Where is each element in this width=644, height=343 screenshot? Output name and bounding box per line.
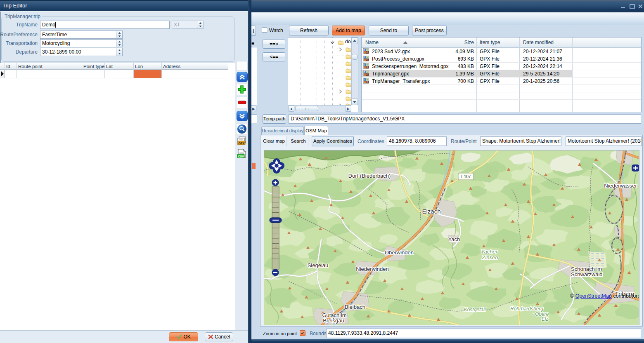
svg-text:Elzach: Elzach <box>422 208 440 215</box>
svg-text:Zinken: Zinken <box>481 254 498 261</box>
svg-text:Yach: Yach <box>448 236 460 242</box>
svg-text:Niederwinden: Niederwinden <box>356 266 389 272</box>
svg-text:© OpenStreetMap contributors: © OpenStreetMap contributors <box>570 293 639 299</box>
svg-text:Schwarzwald: Schwarzwald <box>571 271 603 277</box>
svg-text:Niederwasser: Niederwasser <box>604 183 637 189</box>
svg-text:CSV: CSV <box>238 155 244 158</box>
svg-text:Oberwinden: Oberwinden <box>385 249 414 256</box>
svg-text:Elz: Elz <box>542 316 549 322</box>
svg-text:L 107: L 107 <box>461 174 471 179</box>
svg-text:Breisgau: Breisgau <box>323 317 344 324</box>
svg-text:GPX: GPX <box>239 142 245 145</box>
svg-text:Rohrhardsberg: Rohrhardsberg <box>510 306 543 312</box>
svg-text:Yacher: Yacher <box>481 249 498 255</box>
svg-text:Siegelau: Siegelau <box>308 262 329 268</box>
svg-text:Dorf (Biederbach): Dorf (Biederbach) <box>348 173 391 179</box>
svg-text:Bleibach: Bleibach <box>345 304 365 310</box>
svg-text:Kostgefäll: Kostgefäll <box>464 307 486 312</box>
